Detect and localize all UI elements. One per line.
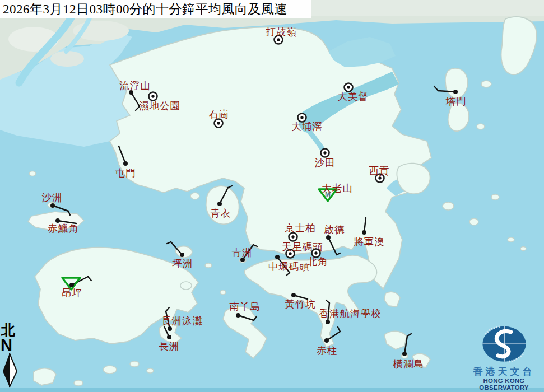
wind-barb-tick xyxy=(167,242,171,244)
station-dot xyxy=(240,258,245,262)
wind-barb-shaft xyxy=(131,92,140,106)
calm-wind-center xyxy=(291,235,294,238)
station-marker: 塔門 xyxy=(434,86,467,107)
wind-map: 打鼓嶺濕地公園流浮山石崗大埔滘大美督塔門沙田西貢屯門沙洲赤鱲角青衣M大老山京士柏… xyxy=(0,0,544,392)
wind-barb-tick xyxy=(338,327,340,332)
wind-barb-tick xyxy=(228,186,232,188)
station-marker: 將軍澳 xyxy=(354,218,385,248)
station-marker: 黃竹坑 xyxy=(285,293,316,310)
calm-wind-center xyxy=(347,86,350,88)
station-marker: 屯門 xyxy=(115,146,136,179)
calm-wind-center xyxy=(151,95,154,97)
wind-barb-shaft xyxy=(404,336,407,354)
station-dot xyxy=(362,230,366,235)
station-label: 中環碼頭 xyxy=(268,261,310,272)
wind-barb-shaft xyxy=(438,91,455,92)
wind-barb-tick xyxy=(434,86,438,91)
station-label: 屯門 xyxy=(115,167,136,179)
wind-barb-tick xyxy=(254,316,257,320)
station-dot xyxy=(236,313,240,318)
wind-barb-shaft xyxy=(220,188,228,204)
station-dot xyxy=(275,255,280,259)
station-label: 大老山 xyxy=(322,183,353,194)
station-dot xyxy=(167,335,171,339)
station-label: 坪洲 xyxy=(172,258,193,269)
station-marker: 大美督 xyxy=(337,83,369,102)
calm-wind-center xyxy=(378,176,381,179)
wind-barb-tick xyxy=(253,245,257,246)
north-arrow-icon xyxy=(1,353,20,388)
calm-wind-center xyxy=(289,252,291,255)
station-dot xyxy=(180,253,184,257)
station-marker: 赤柱 xyxy=(317,327,341,356)
station-label: 青衣 xyxy=(211,208,231,219)
station-marker: 啟德 xyxy=(324,224,345,255)
north-label-english: N xyxy=(1,338,25,352)
station-marker: M大老山 xyxy=(319,183,353,201)
station-marker: 赤鱲角 xyxy=(48,218,79,234)
hko-logo: 香港天文台 HONG KONG OBSERVATORY xyxy=(464,325,544,391)
station-label: 沙洲 xyxy=(42,192,63,203)
hko-logo-chinese: 香港天文台 xyxy=(464,367,544,377)
wind-barb-shaft xyxy=(238,315,254,320)
station-label: 北角 xyxy=(308,256,328,267)
wind-barb-tick xyxy=(337,253,340,255)
station-dot xyxy=(69,283,74,287)
station-label: 打鼓嶺 xyxy=(266,26,297,38)
station-label: 長洲泳灘 xyxy=(161,315,203,326)
station-label: 濕地公園 xyxy=(139,100,180,111)
station-label: 南丫島 xyxy=(229,301,261,312)
station-label: 將軍澳 xyxy=(354,236,385,248)
station-dot xyxy=(326,320,330,324)
station-label: 橫瀾島 xyxy=(393,358,424,370)
station-label: 赤柱 xyxy=(317,345,338,356)
station-label: 西貢 xyxy=(369,165,390,176)
station-marker: 沙田 xyxy=(315,149,336,169)
station-marker: 香港航海學校 xyxy=(319,300,382,324)
station-marker: 石崗 xyxy=(209,109,230,128)
station-marker: 濕地公園 xyxy=(139,92,180,112)
station-dot xyxy=(217,202,222,206)
wind-barb-tick xyxy=(326,300,329,303)
station-dot xyxy=(324,338,329,343)
wind-barb-shaft xyxy=(119,146,125,164)
station-label: 石崗 xyxy=(209,109,230,120)
station-marker: 長洲泳灘 xyxy=(161,307,203,331)
wind-barb-shaft xyxy=(171,242,182,255)
calm-wind-center xyxy=(277,38,280,41)
station-label: 青洲 xyxy=(232,247,253,258)
station-label: 京士柏 xyxy=(285,222,316,234)
station-label: 黃竹坑 xyxy=(285,298,316,310)
station-label: 赤鱲角 xyxy=(48,223,79,234)
station-dot xyxy=(326,235,331,240)
station-marker: 沙洲 xyxy=(42,192,71,215)
station-label: 啟德 xyxy=(324,224,345,235)
station-marker: 昂坪 xyxy=(62,277,92,298)
station-marker: 南丫島 xyxy=(229,301,261,320)
wind-barb-tick xyxy=(88,277,91,281)
station-dot xyxy=(55,218,60,223)
station-label: 沙田 xyxy=(315,157,336,169)
map-title: 2026年3月12日03時00分的十分鐘平均風向及風速 xyxy=(0,0,311,18)
station-marker: 坪洲 xyxy=(167,242,193,269)
station-label: 長洲 xyxy=(159,340,180,352)
hko-logo-english: HONG KONG OBSERVATORY xyxy=(464,377,544,391)
station-label: 香港航海學校 xyxy=(319,308,382,319)
station-label: 大美督 xyxy=(337,91,369,102)
station-dot xyxy=(168,326,172,331)
north-arrow: 北 N xyxy=(0,323,25,388)
station-marker: 大埔滘 xyxy=(291,114,323,133)
calm-wind-center xyxy=(217,122,220,124)
wind-barb-tick xyxy=(166,307,169,311)
station-marker: 西貢 xyxy=(369,165,390,183)
station-dot xyxy=(50,203,55,208)
station-dot xyxy=(291,293,296,297)
wind-barb-shaft xyxy=(53,206,68,211)
calm-wind-center xyxy=(300,116,303,119)
station-dot xyxy=(453,90,458,94)
station-marker: 青衣 xyxy=(211,186,233,219)
wind-barb-shaft xyxy=(328,237,337,255)
stations-layer: 打鼓嶺濕地公園流浮山石崗大埔滘大美督塔門沙田西貢屯門沙洲赤鱲角青衣M大老山京士柏… xyxy=(0,0,544,392)
station-marker: 青洲 xyxy=(232,245,258,262)
station-label: 大埔滘 xyxy=(291,121,323,132)
